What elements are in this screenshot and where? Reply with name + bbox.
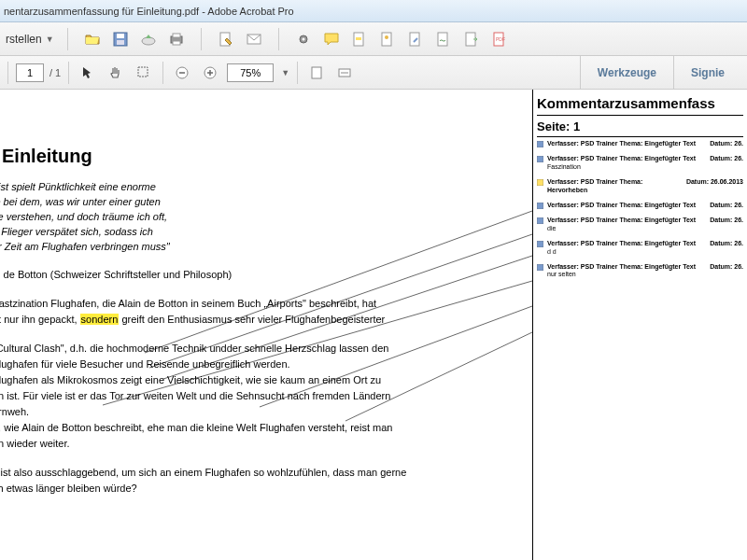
divider xyxy=(7,62,8,84)
divider xyxy=(68,62,69,84)
print-icon[interactable] xyxy=(165,28,188,50)
export-icon[interactable] xyxy=(460,28,483,50)
svg-rect-12 xyxy=(356,37,361,40)
svg-rect-34 xyxy=(537,141,543,147)
zoom-input[interactable] xyxy=(227,63,274,82)
comment-type-icon xyxy=(537,156,543,162)
comment-date: Datum: 26. xyxy=(710,217,743,232)
pdf-tool-icon[interactable]: PDF xyxy=(488,28,511,50)
comment-icon[interactable] xyxy=(320,28,343,50)
svg-rect-38 xyxy=(537,217,543,224)
svg-rect-6 xyxy=(173,41,180,45)
fit-width-icon[interactable] xyxy=(305,62,328,84)
doc-body-3: s ist also ausschlaggebend, um sich an e… xyxy=(0,465,532,497)
titlebar: nentarzusammenfassung für Einleitung.pdf… xyxy=(0,0,747,22)
comment-row[interactable]: Verfasser: PSD Trainer Thema: Eingefügte… xyxy=(537,239,743,262)
stamp-icon[interactable] xyxy=(376,28,399,50)
comment-date: Datum: 26.06.2013 xyxy=(686,178,743,194)
content-area: Einleitung eist spielt Pünktlichkeit ein… xyxy=(0,90,747,560)
tab-werkzeuge[interactable]: Werkzeuge xyxy=(580,56,673,89)
nav-toolbar: / 1 ▼ Werkzeuge Signie xyxy=(0,56,747,90)
svg-rect-37 xyxy=(537,203,543,209)
tab-signieren[interactable]: Signie xyxy=(673,56,741,89)
zoom-out-icon[interactable] xyxy=(171,62,193,84)
comment-text: Verfasser: PSD Trainer Thema: Eingefügte… xyxy=(547,263,706,279)
svg-rect-1 xyxy=(117,34,124,38)
comment-type-icon xyxy=(537,203,543,209)
svg-rect-36 xyxy=(537,179,543,186)
marquee-zoom-icon[interactable] xyxy=(133,62,155,84)
zoom-in-icon[interactable] xyxy=(199,62,221,84)
email-icon[interactable] xyxy=(243,28,265,50)
file-icons xyxy=(81,28,188,50)
nav-group: / 1 ▼ xyxy=(6,62,356,84)
svg-rect-26 xyxy=(312,67,321,78)
comment-text: Verfasser: PSD Trainer Thema: Hervorhebe… xyxy=(547,178,683,194)
comments-sidebar: Kommentarzusammenfass Seite: 1 Verfasser… xyxy=(532,90,747,560)
comment-row[interactable]: Verfasser: PSD Trainer Thema: Eingefügte… xyxy=(537,262,743,286)
svg-point-10 xyxy=(302,37,304,40)
comment-type-icon xyxy=(537,264,543,271)
select-tool-icon[interactable] xyxy=(77,62,99,84)
svg-rect-35 xyxy=(537,156,543,162)
chevron-down-icon: ▼ xyxy=(281,68,289,77)
sign-icon[interactable] xyxy=(432,28,455,50)
doc-body-2: „Cultural Clash", d.h. die hochmoderne T… xyxy=(0,341,532,452)
comment-type-icon xyxy=(537,179,543,186)
edit-icons xyxy=(215,28,265,50)
document-area[interactable]: Einleitung eist spielt Pünktlichkeit ein… xyxy=(0,90,532,560)
divider xyxy=(162,62,163,84)
comment-row[interactable]: Verfasser: PSD Trainer Thema: Eingefügte… xyxy=(537,201,743,216)
sidebar-title: Kommentarzusammenfass xyxy=(537,95,743,116)
svg-text:PDF: PDF xyxy=(496,36,505,42)
page-total: / 1 xyxy=(49,67,61,78)
edit-page-icon[interactable] xyxy=(215,28,237,50)
comment-type-icon xyxy=(537,217,543,224)
cloud-icon[interactable] xyxy=(137,28,160,50)
svg-rect-5 xyxy=(173,34,180,37)
divider xyxy=(201,28,202,50)
comment-date: Datum: 26. xyxy=(710,263,743,279)
doc-heading: Einleitung xyxy=(2,146,532,167)
create-button[interactable]: rstellen ▼ xyxy=(6,33,54,46)
hand-tool-icon[interactable] xyxy=(105,62,127,84)
svg-rect-2 xyxy=(117,40,124,45)
sidebar-page-label: Seite: 1 xyxy=(537,119,743,137)
comment-date: Datum: 26. xyxy=(710,140,743,147)
svg-rect-16 xyxy=(438,33,447,46)
fit-page-icon[interactable] xyxy=(333,62,356,84)
divider xyxy=(67,28,68,50)
doc-attribution: in de Botton (Schweizer Schriftsteller u… xyxy=(0,268,532,283)
comment-row[interactable]: Verfasser: PSD Trainer Thema: Hervorhebe… xyxy=(537,177,743,201)
open-icon[interactable] xyxy=(81,28,104,50)
save-icon[interactable] xyxy=(109,28,132,50)
document-page: Einleitung eist spielt Pünktlichkeit ein… xyxy=(0,146,532,497)
comment-row[interactable]: Verfasser: PSD Trainer Thema: Eingefügte… xyxy=(537,139,743,154)
svg-point-14 xyxy=(385,35,388,39)
svg-point-3 xyxy=(142,37,155,45)
comment-text: Verfasser: PSD Trainer Thema: Eingefügte… xyxy=(547,202,706,209)
comment-text: Verfasser: PSD Trainer Thema: Eingefügte… xyxy=(547,140,706,147)
comment-row[interactable]: Verfasser: PSD Trainer Thema: Eingefügte… xyxy=(537,154,743,177)
comment-type-icon xyxy=(537,241,543,247)
main-toolbar: rstellen ▼ PDF xyxy=(0,22,747,56)
svg-rect-20 xyxy=(138,67,148,77)
doc-body-1: Fastzination Flughafen, die Alain de Bot… xyxy=(0,296,532,328)
doc-quote: eist spielt Pünktlichkeit eine enorme le… xyxy=(0,180,532,255)
svg-rect-40 xyxy=(537,264,543,271)
svg-rect-39 xyxy=(537,241,543,247)
divider xyxy=(278,28,279,50)
comment-text: Verfasser: PSD Trainer Thema: Eingefügte… xyxy=(547,155,706,171)
window-title: nentarzusammenfassung für Einleitung.pdf… xyxy=(4,6,294,17)
chevron-down-icon: ▼ xyxy=(46,35,54,44)
highlight-tool-icon[interactable] xyxy=(348,28,371,50)
highlight-mark: sondern xyxy=(80,314,120,325)
comment-date: Datum: 26. xyxy=(710,240,743,256)
page-input[interactable] xyxy=(16,63,44,82)
attach-icon[interactable] xyxy=(404,28,427,50)
comment-text: Verfasser: PSD Trainer Thema: Eingefügte… xyxy=(547,240,706,256)
comment-type-icon xyxy=(537,141,543,147)
gear-icon[interactable] xyxy=(292,28,315,50)
comment-row[interactable]: Verfasser: PSD Trainer Thema: Eingefügte… xyxy=(537,216,743,239)
comment-date: Datum: 26. xyxy=(710,155,743,171)
